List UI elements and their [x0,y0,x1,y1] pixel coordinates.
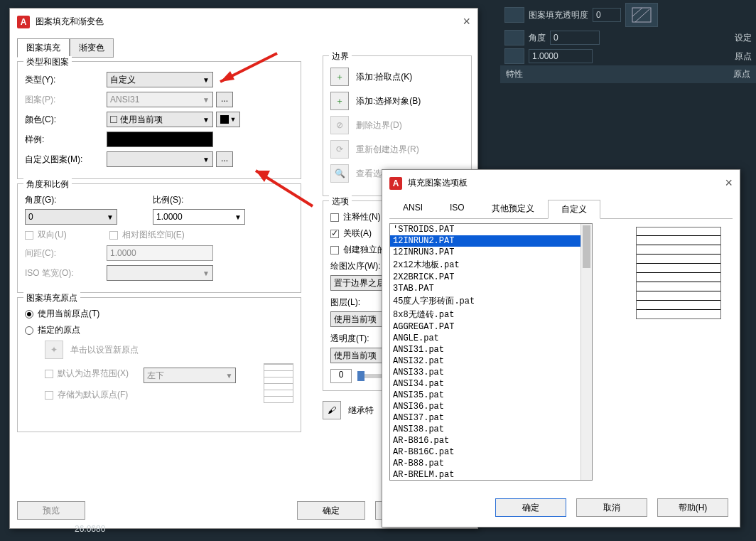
listbox-scrollbar[interactable] [580,224,592,480]
dlg2-cancel-button[interactable]: 取消 [576,498,647,517]
list-item[interactable]: AGGREGAT.PAT [390,321,592,333]
dlg2-title: 填充图案选项板 [408,177,468,189]
default-boundary-checkbox: 默认为边界范围(X) [45,368,129,380]
chevron-down-icon: ▼ [202,269,210,277]
list-item[interactable]: ANSI35.pat [390,390,592,401]
chevron-down-icon: ▼ [234,213,242,221]
ribbon-fragment: 图案填充透明度 角度 设定 原点 特性 原点 [500,0,756,71]
tab-other[interactable]: 其他预定义 [478,199,548,218]
dlg2-titlebar: A 填充图案选项板 × [382,170,740,196]
list-item[interactable]: 12INRUN2.PAT [390,235,592,247]
dlg2-close-icon[interactable]: × [725,176,733,191]
pattern-browse-button: ... [216,92,233,107]
list-item[interactable]: 45度人字形砖面.pat [390,294,592,308]
radio-specified-origin[interactable]: 指定的原点 [25,324,80,336]
hatch-pattern-swatch[interactable] [504,7,524,23]
remove-boundary-icon: ⊘ [330,116,349,134]
draworder-value: 置于边界之后 [334,277,385,289]
remove-boundary-label: 删除边界(D) [356,119,402,132]
tab-gradient[interactable]: 渐变色 [70,38,114,58]
associative-checkbox[interactable]: 关联(A) [330,227,372,240]
list-item[interactable]: ANSI33.pat [390,367,592,378]
ribbon-origin-label: 原点 [735,50,752,63]
scale-select[interactable]: 1.0000▼ [153,209,245,225]
angle-value: 0 [28,212,33,222]
dlg1-titlebar: A 图案填充和渐变色 × [10,9,477,35]
group-angle-scale: 角度和比例 角度(G): 0▼ 比例(S): 1.0000▼ 双向(U) 相对图… [17,183,301,293]
custom-pattern-select[interactable]: ▼ [107,151,213,167]
swatch-preview[interactable] [107,132,213,147]
list-item[interactable]: 2X2BRICK.PAT [390,272,592,283]
ok-button[interactable]: 确定 [297,501,365,520]
list-item[interactable]: ANSI34.pat [390,378,592,390]
list-item[interactable]: ANSI37.pat [390,412,592,424]
type-value: 自定义 [110,74,136,86]
list-item[interactable]: ANGLE.pat [390,333,592,344]
list-item[interactable]: ANSI32.pat [390,355,592,367]
list-item[interactable]: 'STROIDS.PAT [390,224,592,235]
chevron-down-icon: ▼ [202,76,210,84]
chevron-down-icon: ▼ [107,213,114,221]
view-selection-label: 查看选 [356,168,382,180]
type-select[interactable]: 自定义▼ [107,72,213,87]
ribbon-scale-value[interactable] [529,49,593,63]
dlg2-tabs: ANSI ISO 其他预定义 自定义 [389,199,733,219]
radio-use-current-origin[interactable]: 使用当前原点(T) [25,308,99,320]
relative-paper-checkbox: 相对图纸空间(E) [109,229,185,241]
dlg1-close-icon[interactable]: × [463,14,470,29]
ribbon-tab-origin[interactable]: 原点 [733,68,750,80]
list-item[interactable]: 3TAB.PAT [390,283,592,294]
ribbon-btn-2[interactable] [504,30,524,45]
custom-pattern-browse-button[interactable]: ... [216,151,233,167]
dlg2-ok-button[interactable]: 确定 [495,498,566,517]
separate-checkbox[interactable]: 创建独立的 [330,244,386,256]
layer-value: 使用当前项 [334,314,377,326]
list-item[interactable]: ANSI36.pat [390,401,592,412]
preview-button[interactable]: 预览 [17,501,85,520]
pattern-label: 图案(P): [25,94,107,106]
color-value: 使用当前项 [120,114,163,126]
inherit-icon[interactable]: 🖌 [323,401,341,419]
ribbon-transparency-value[interactable] [593,8,621,22]
bylayer-icon [110,116,117,123]
chevron-down-icon: ▼ [202,156,210,164]
group-origin: 图案填充原点 使用当前原点(T) 指定的原点 ✦ 单击以设置新原点 默认为边界范… [17,297,301,432]
ribbon-hatch-preview[interactable] [625,3,658,27]
ribbon-tab-props[interactable]: 特性 [506,68,523,80]
dlg2-help-button[interactable]: 帮助(H) [657,498,728,517]
custom-pattern-label: 自定义图案(M): [25,154,107,166]
list-item[interactable]: AR-B88.pat [390,458,592,469]
add-pick-icon[interactable]: ＋ [330,68,349,86]
list-item[interactable]: AR-B816C.pat [390,446,592,458]
ribbon-angle-value[interactable] [550,31,600,45]
list-item[interactable]: 8x8无缝砖.pat [390,308,592,321]
annotative-checkbox[interactable]: 注释性(N) [330,211,381,223]
view-selection-icon: 🔍 [330,164,349,183]
pattern-listbox[interactable]: 'STROIDS.PAT12INRUN2.PAT12INRUN3.PAT2x12… [389,223,593,481]
origin-position-select: 左下▼ [144,368,236,383]
tab-iso[interactable]: ISO [436,199,478,218]
pattern-select: ANSI31▼ [107,92,213,107]
tab-ansi[interactable]: ANSI [389,199,436,218]
transparency-number: 0 [330,369,352,383]
hatch-icon [631,6,652,23]
add-select-icon[interactable]: ＋ [330,92,349,110]
list-item[interactable]: 2x12木地板.pat [390,258,592,272]
list-item[interactable]: ANSI38.pat [390,424,592,435]
tab-hatch[interactable]: 图案填充 [17,38,70,58]
list-item[interactable]: 12INRUN3.PAT [390,247,592,258]
autocad-icon: A [389,177,402,190]
svg-rect-0 [632,8,651,22]
ribbon-set-origin-label: 设定 [735,32,752,44]
list-item[interactable]: ANSI31.pat [390,344,592,355]
pattern-preview-swatch [636,227,721,319]
list-item[interactable]: AR-B816.pat [390,435,592,446]
ribbon-btn-3[interactable] [504,48,524,64]
chevron-down-icon: ▼ [225,372,232,380]
angle-select[interactable]: 0▼ [25,209,117,225]
bgcolor-button[interactable]: ▼ [216,112,240,127]
list-item[interactable]: AR-BRELM.pat [390,469,592,481]
pattern-palette-dialog: A 填充图案选项板 × ANSI ISO 其他预定义 自定义 'STROIDS.… [382,169,740,527]
color-select[interactable]: 使用当前项 ▼ [107,112,213,127]
tab-custom[interactable]: 自定义 [548,200,600,219]
